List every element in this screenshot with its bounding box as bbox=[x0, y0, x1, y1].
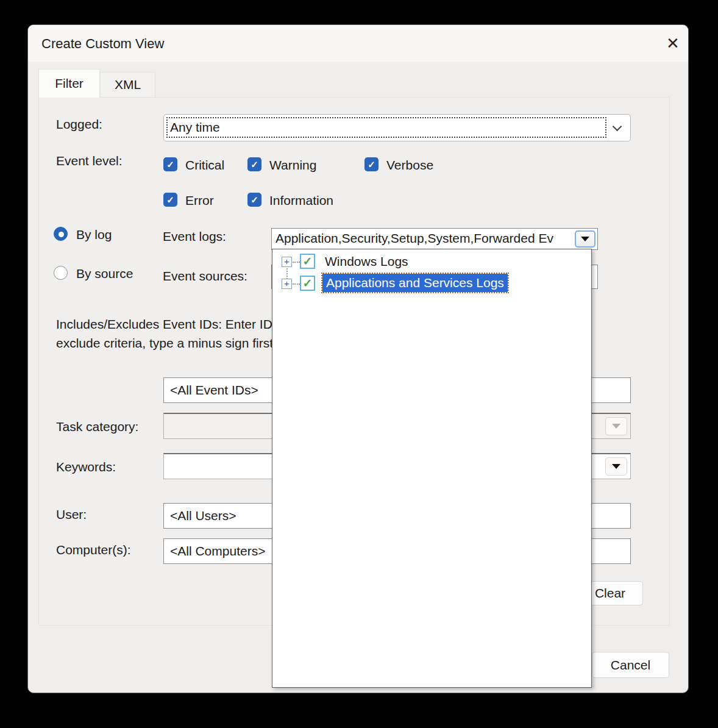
checkbox-warning[interactable]: ✓ bbox=[247, 157, 261, 171]
titlebar: Create Custom View ✕ bbox=[28, 25, 688, 62]
computers-label: Computer(s): bbox=[56, 543, 131, 557]
event-logs-value: Application,Security,Setup,System,Forwar… bbox=[275, 231, 572, 246]
expand-plus-icon[interactable]: + bbox=[282, 279, 292, 289]
event-logs-dropdown-panel: + ✓ Windows Logs + ✓ Applications and Se… bbox=[272, 249, 592, 688]
checkbox-critical-label[interactable]: Critical bbox=[185, 158, 224, 173]
tree-item-windows-logs[interactable]: Windows Logs bbox=[325, 254, 408, 269]
radio-by-log-label[interactable]: By log bbox=[76, 227, 112, 242]
create-custom-view-dialog: Create Custom View ✕ Filter XML Logged: … bbox=[27, 24, 689, 693]
radio-by-log[interactable] bbox=[54, 227, 68, 241]
task-category-dropdown-button bbox=[605, 417, 627, 435]
tab-filter[interactable]: Filter bbox=[38, 69, 100, 98]
cancel-button[interactable]: Cancel bbox=[592, 652, 669, 678]
user-value: <All Users> bbox=[170, 509, 236, 523]
event-logs-dropdown-button[interactable] bbox=[575, 230, 595, 248]
tab-xml[interactable]: XML bbox=[100, 72, 155, 97]
expand-plus-icon[interactable]: + bbox=[282, 257, 292, 267]
user-label: User: bbox=[56, 507, 87, 522]
close-icon[interactable]: ✕ bbox=[661, 32, 685, 54]
radio-by-source[interactable] bbox=[54, 266, 68, 280]
checkbox-warning-label[interactable]: Warning bbox=[269, 158, 316, 173]
tree-connector bbox=[293, 284, 300, 285]
event-sources-label: Event sources: bbox=[163, 269, 247, 284]
tree-item-applications-services[interactable]: Applications and Services Logs bbox=[322, 274, 508, 292]
checkbox-verbose-label[interactable]: Verbose bbox=[386, 158, 433, 173]
event-ids-value: <All Event IDs> bbox=[170, 383, 258, 398]
chevron-down-icon[interactable] bbox=[613, 122, 622, 132]
checkbox-error[interactable]: ✓ bbox=[163, 193, 177, 207]
checkbox-information[interactable]: ✓ bbox=[247, 193, 261, 207]
tree-checkbox-windows-logs[interactable]: ✓ bbox=[300, 254, 315, 269]
logged-combobox[interactable]: Any time bbox=[163, 114, 631, 141]
event-logs-combobox[interactable]: Application,Security,Setup,System,Forwar… bbox=[271, 228, 598, 250]
event-level-label: Event level: bbox=[56, 154, 123, 168]
tree-checkbox-applications-services[interactable]: ✓ bbox=[300, 276, 315, 291]
radio-by-source-label[interactable]: By source bbox=[76, 266, 133, 281]
keywords-dropdown-button[interactable] bbox=[605, 457, 627, 476]
logged-value: Any time bbox=[170, 120, 220, 135]
dialog-title: Create Custom View bbox=[41, 36, 164, 52]
checkbox-critical[interactable]: ✓ bbox=[163, 157, 177, 171]
event-logs-label: Event logs: bbox=[163, 229, 226, 244]
logged-focus-rect bbox=[166, 117, 606, 138]
dropdown-arrow-icon bbox=[581, 237, 589, 241]
task-category-label: Task category: bbox=[56, 419, 138, 434]
checkbox-verbose[interactable]: ✓ bbox=[364, 157, 379, 171]
dropdown-arrow-icon bbox=[612, 464, 620, 469]
checkbox-information-label[interactable]: Information bbox=[269, 193, 333, 208]
logged-label: Logged: bbox=[56, 117, 102, 132]
keywords-label: Keywords: bbox=[56, 460, 116, 474]
computers-value: <All Computers> bbox=[170, 544, 265, 558]
tree-connector bbox=[293, 262, 300, 263]
dropdown-arrow-icon bbox=[612, 424, 620, 429]
checkbox-error-label[interactable]: Error bbox=[185, 193, 214, 208]
